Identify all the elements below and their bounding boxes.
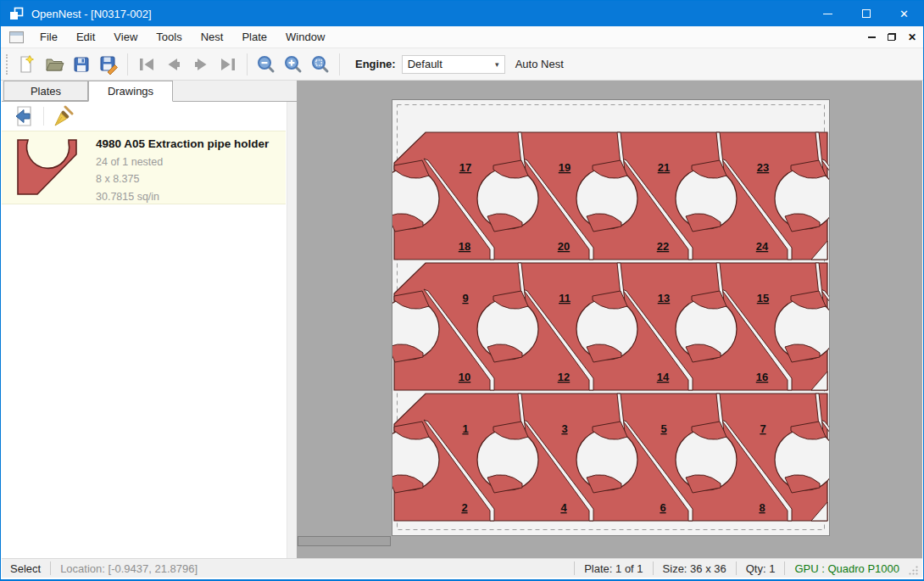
- close-icon: ✕: [899, 8, 909, 20]
- tab-drawings[interactable]: Drawings: [88, 81, 173, 102]
- status-qty: Qty: 1: [746, 562, 776, 575]
- window-title: OpenNest - [N0317-002]: [31, 8, 152, 20]
- save-icon: [71, 54, 92, 75]
- status-separator: [50, 561, 51, 575]
- menu-window[interactable]: Window: [276, 27, 334, 47]
- go-last-button[interactable]: [214, 51, 242, 78]
- panel-tabs: Plates Drawings: [2, 81, 297, 102]
- return-drawing-button[interactable]: [10, 104, 37, 128]
- tab-plates[interactable]: Plates: [3, 81, 88, 101]
- mdi-minimize-button[interactable]: [868, 36, 876, 38]
- part-thumbnail: [14, 137, 84, 198]
- drawings-toolbar: [2, 102, 297, 130]
- toolbar-separator: [339, 53, 340, 75]
- mdi-restore-button[interactable]: [888, 33, 896, 41]
- toolbar-grip[interactable]: [6, 54, 8, 75]
- zoom-in-button[interactable]: [280, 51, 307, 78]
- go-previous-button[interactable]: [160, 51, 187, 78]
- part-number-label: 20: [558, 240, 570, 253]
- part-number-label: 4: [560, 501, 567, 514]
- open-folder-icon: [44, 54, 64, 75]
- menu-nest[interactable]: Nest: [192, 27, 233, 47]
- part-number-label: 1: [462, 422, 468, 435]
- part-number-label: 5: [660, 422, 666, 435]
- part-number-label: 22: [657, 240, 669, 253]
- status-location: Location: [-0.9437, 21.8796]: [60, 562, 198, 575]
- menu-edit[interactable]: Edit: [67, 27, 104, 47]
- engine-value: Default: [403, 58, 490, 70]
- part-number-label: 17: [459, 161, 471, 174]
- chevron-down-icon: ▾: [490, 56, 504, 73]
- status-separator: [784, 561, 785, 575]
- status-plate-size: Size: 36 x 36: [663, 562, 726, 575]
- status-bar: Select Location: [-0.9437, 21.8796] Plat…: [2, 558, 922, 578]
- panel-scrollbar-gutter[interactable]: [287, 102, 297, 558]
- drawing-item-info: 4980 A05 Extraction pipe holder 24 of 1 …: [96, 131, 269, 204]
- part-number-label: 18: [459, 240, 470, 253]
- nested-parts-layout[interactable]: 171921231820222491113151012141613572468: [392, 100, 829, 535]
- go-next-icon: [191, 54, 211, 75]
- app-window: OpenNest - [N0317-002] ✕ File Edit View …: [0, 0, 924, 581]
- resize-grip[interactable]: [908, 565, 919, 576]
- horizontal-scrollbar-thumb[interactable]: [298, 536, 391, 546]
- engine-label: Engine:: [355, 58, 396, 70]
- go-next-button[interactable]: [187, 51, 214, 78]
- document-window-icon: [9, 31, 24, 43]
- part-number-label: 19: [559, 161, 571, 174]
- zoom-out-icon: [256, 54, 276, 75]
- main-toolbar: Engine: Default ▾ Auto Nest: [1, 48, 923, 81]
- menu-file[interactable]: File: [31, 27, 67, 47]
- part-number-label: 9: [462, 292, 468, 304]
- mdi-close-button[interactable]: ✕: [908, 32, 916, 42]
- part-number-label: 13: [658, 292, 670, 304]
- maximize-icon: [862, 9, 871, 18]
- close-button[interactable]: ✕: [885, 1, 923, 26]
- part-number-label: 8: [759, 501, 765, 514]
- app-icon: [9, 7, 24, 21]
- zoom-in-icon: [283, 54, 303, 75]
- zoom-fit-button[interactable]: [307, 51, 334, 78]
- drawing-nested-count: 24 of 1 nested: [96, 156, 269, 168]
- menu-plate[interactable]: Plate: [232, 27, 276, 47]
- part-number-label: 16: [756, 371, 768, 383]
- toolbar-separator: [127, 53, 128, 75]
- status-separator: [736, 561, 737, 575]
- toolbar-separator: [247, 53, 248, 75]
- auto-nest-button[interactable]: Auto Nest: [515, 58, 564, 70]
- go-first-button[interactable]: [133, 51, 160, 78]
- plate[interactable]: 171921231820222491113151012141613572468: [392, 100, 829, 535]
- drawing-list-item[interactable]: 4980 A05 Extraction pipe holder 24 of 1 …: [2, 131, 286, 204]
- menu-view[interactable]: View: [104, 27, 147, 47]
- engine-select[interactable]: Default ▾: [402, 55, 505, 74]
- new-document-button[interactable]: [14, 51, 41, 78]
- menu-bar: File Edit View Tools Nest Plate Window ✕: [1, 26, 923, 48]
- main-body: Plates Drawings: [2, 81, 922, 558]
- zoom-fit-icon: [310, 54, 331, 75]
- part-number-label: 11: [559, 292, 571, 304]
- zoom-out-button[interactable]: [253, 51, 280, 78]
- open-button[interactable]: [41, 51, 68, 78]
- minimize-button[interactable]: [809, 1, 847, 26]
- drawing-area: 30.7815 sq/in: [96, 191, 269, 203]
- maximize-button[interactable]: [847, 1, 885, 26]
- menu-tools[interactable]: Tools: [147, 27, 191, 47]
- nest-canvas[interactable]: 171921231820222491113151012141613572468: [297, 81, 922, 558]
- minimize-icon: [823, 14, 832, 14]
- save-as-button[interactable]: [95, 51, 122, 78]
- part-number-label: 24: [756, 240, 769, 253]
- go-previous-icon: [164, 54, 184, 75]
- part-number-label: 23: [757, 161, 769, 174]
- save-button[interactable]: [68, 51, 95, 78]
- part-number-label: 6: [660, 501, 665, 514]
- drawing-title: 4980 A05 Extraction pipe holder: [96, 137, 269, 150]
- status-gpu: GPU : Quadro P1000: [794, 562, 899, 575]
- status-plate-count: Plate: 1 of 1: [584, 562, 643, 575]
- clean-button[interactable]: [50, 104, 77, 128]
- status-separator: [653, 561, 654, 575]
- part-number-label: 12: [558, 371, 570, 383]
- toolbar-separator: [43, 107, 44, 126]
- new-document-icon: [17, 54, 37, 75]
- drawing-dimensions: 8 x 8.375: [96, 173, 269, 185]
- part-number-label: 15: [757, 292, 769, 304]
- part-number-label: 2: [461, 501, 467, 514]
